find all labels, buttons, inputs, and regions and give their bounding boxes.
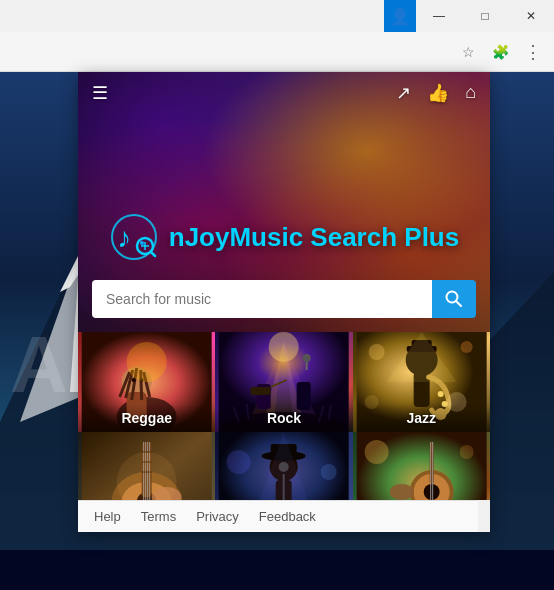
svg-line-8	[151, 252, 155, 256]
app-logo: ♪ nJoyMusic Search Plus	[78, 212, 490, 262]
logo-icon: ♪	[109, 212, 159, 262]
taskbar	[0, 550, 554, 590]
svg-line-13	[456, 301, 461, 306]
extension-button[interactable]: 🧩	[486, 38, 514, 66]
menu-button[interactable]: ⋮	[518, 38, 546, 66]
blues-image	[215, 432, 352, 500]
svg-point-50	[437, 391, 443, 397]
jazz-label: Jazz	[353, 404, 490, 432]
help-link[interactable]: Help	[94, 509, 121, 524]
jazz-tile[interactable]: Jazz	[353, 332, 490, 432]
extension-icon: 🧩	[492, 44, 509, 60]
svg-text:♪: ♪	[117, 222, 131, 253]
popup-footer: Help Terms Privacy Feedback	[78, 500, 490, 532]
star-button[interactable]: ☆	[454, 38, 482, 66]
world-image	[353, 432, 490, 500]
hamburger-menu-icon[interactable]: ☰	[92, 82, 108, 104]
world-bg	[353, 432, 490, 500]
reggae-tile[interactable]: Reggae	[78, 332, 215, 432]
search-input[interactable]	[92, 280, 432, 318]
user-icon: 👤	[390, 7, 410, 26]
guitar-tile[interactable]	[78, 432, 215, 500]
extension-popup: ☰ ↗ 👍 ⌂ ♪ nJoyMusic Search Plus	[78, 72, 490, 532]
rock-tile[interactable]: Rock	[215, 332, 352, 432]
search-bar	[92, 280, 476, 318]
svg-point-81	[321, 464, 337, 480]
close-button[interactable]: ✕	[508, 0, 554, 32]
svg-point-23	[132, 378, 136, 382]
search-icon	[445, 290, 463, 308]
menu-icon: ⋮	[524, 41, 541, 63]
feedback-link[interactable]: Feedback	[259, 509, 316, 524]
popup-header: ☰ ↗ 👍 ⌂ ♪ nJoyMusic Search Plus	[78, 72, 490, 332]
svg-rect-32	[251, 387, 271, 395]
privacy-link[interactable]: Privacy	[196, 509, 239, 524]
blues-bg	[215, 432, 352, 500]
popup-nav: ☰ ↗ 👍 ⌂	[78, 72, 490, 114]
app-logo-text: nJoyMusic Search Plus	[169, 222, 459, 253]
svg-point-43	[269, 332, 299, 362]
svg-point-93	[459, 445, 473, 459]
home-icon[interactable]: ⌂	[465, 82, 476, 104]
svg-point-90	[389, 484, 413, 500]
svg-point-91	[364, 440, 388, 464]
music-genre-grid: Reggae	[78, 332, 490, 500]
share-icon[interactable]: ↗	[396, 82, 411, 104]
reggae-label: Reggae	[78, 404, 215, 432]
svg-point-25	[127, 342, 167, 382]
title-bar: 👤 — □ ✕	[0, 0, 554, 32]
svg-point-37	[303, 354, 311, 362]
minimize-button[interactable]: —	[416, 0, 462, 32]
guitar-bg	[78, 432, 215, 500]
svg-point-86	[423, 484, 439, 500]
maximize-button[interactable]: □	[462, 0, 508, 32]
guitar-image	[78, 432, 215, 500]
browser-toolbar: ☆ 🧩 ⋮	[0, 32, 554, 72]
svg-point-52	[368, 344, 384, 360]
star-icon: ☆	[462, 44, 475, 60]
world-tile[interactable]	[353, 432, 490, 500]
svg-point-80	[227, 450, 251, 474]
blues-tile[interactable]	[215, 432, 352, 500]
like-icon[interactable]: 👍	[427, 82, 449, 104]
rock-label: Rock	[215, 404, 352, 432]
svg-point-53	[460, 341, 472, 353]
svg-point-9	[140, 241, 144, 245]
terms-link[interactable]: Terms	[141, 509, 176, 524]
nav-icons-right: ↗ 👍 ⌂	[396, 82, 476, 104]
search-button[interactable]	[432, 280, 476, 318]
user-account-icon[interactable]: 👤	[384, 0, 416, 32]
